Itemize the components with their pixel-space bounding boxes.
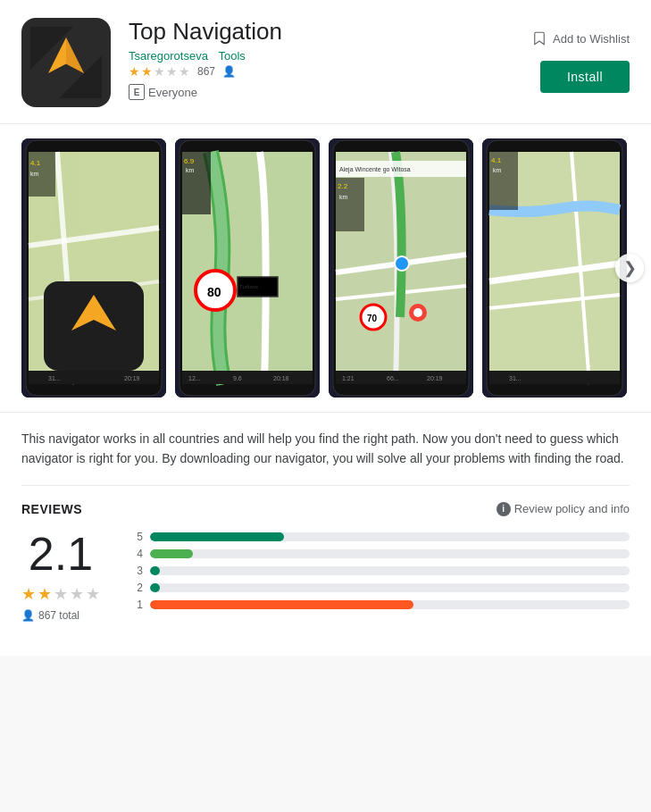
svg-rect-29	[182, 371, 313, 384]
star-2: ★	[141, 64, 153, 79]
svg-text:31...: 31...	[509, 375, 522, 381]
app-header: Top Navigation Tsaregorotseva Tools ★ ★ …	[21, 18, 630, 123]
reviews-header: REVIEWS i Review policy and info	[21, 502, 630, 516]
install-button[interactable]: Install	[540, 61, 630, 93]
big-star-3: ★	[54, 584, 68, 604]
svg-text:4.1: 4.1	[491, 156, 502, 164]
bar-row-4: 4	[136, 548, 630, 560]
svg-text:6.9: 6.9	[184, 157, 195, 165]
policy-label: Review policy and info	[514, 502, 630, 515]
bar-label-1: 1	[136, 599, 143, 611]
bar-label-5: 5	[136, 531, 143, 543]
total-reviews-label: 867 total	[38, 609, 79, 622]
bar-fill-2	[150, 583, 160, 592]
app-info: Top Navigation Tsaregorotseva Tools ★ ★ …	[129, 18, 513, 100]
wishlist-button[interactable]: Add to Wishlist	[531, 27, 630, 50]
svg-text:Aleja Wincente go Witosa: Aleja Wincente go Witosa	[339, 166, 411, 173]
bar-row-1: 1	[136, 599, 630, 611]
rating-stars: ★ ★ ★ ★ ★	[129, 64, 190, 79]
bar-track-2	[150, 583, 630, 592]
star-3: ★	[154, 64, 165, 79]
svg-text:31...: 31...	[48, 375, 61, 381]
big-rating-block: 2.1 ★ ★ ★ ★ ★ 👤 867 total	[21, 531, 100, 622]
svg-text:km: km	[339, 194, 348, 200]
reviews-section: REVIEWS i Review policy and info 2.1 ★ ★…	[21, 486, 630, 638]
bar-track-4	[150, 549, 630, 558]
screenshot-1[interactable]: 4.1 km 31... 20:19	[21, 138, 166, 398]
star-5: ★	[179, 64, 190, 79]
svg-text:70: 70	[367, 314, 378, 323]
rating-bars: 5 4 3 2	[136, 531, 630, 615]
screenshot-2[interactable]: 6.9 km 80 Turkovs 12... 9.6 20:18	[175, 138, 320, 398]
bar-label-3: 3	[136, 565, 143, 577]
bar-track-3	[150, 566, 630, 575]
bar-label-4: 4	[136, 548, 143, 560]
bar-fill-5	[150, 532, 284, 541]
screenshot-3[interactable]: Aleja Wincente go Witosa 2.2 km 70 1:21 …	[329, 138, 473, 398]
bar-track-5	[150, 532, 630, 541]
svg-text:20:19: 20:19	[427, 375, 443, 381]
reviews-title: REVIEWS	[21, 502, 82, 516]
svg-text:km: km	[186, 167, 195, 173]
big-rating-stars: ★ ★ ★ ★ ★	[21, 584, 100, 604]
reviews-content: 2.1 ★ ★ ★ ★ ★ 👤 867 total 5	[21, 531, 630, 622]
info-icon: i	[497, 502, 511, 516]
svg-text:80: 80	[207, 285, 221, 299]
description-section: This navigator works in all countries an…	[21, 413, 630, 486]
bar-fill-1	[150, 600, 413, 609]
svg-text:km: km	[30, 171, 39, 177]
screenshots-section: 4.1 km 31... 20:19	[0, 123, 651, 413]
svg-text:1:21: 1:21	[342, 375, 355, 381]
person-icon-reviews: 👤	[21, 609, 35, 622]
age-label: Everyone	[148, 86, 197, 99]
big-rating-number: 2.1	[21, 531, 100, 577]
svg-text:20:19: 20:19	[124, 375, 140, 381]
star-1: ★	[129, 64, 140, 79]
svg-text:12...: 12...	[188, 375, 201, 381]
star-4: ★	[166, 64, 178, 79]
developer-link[interactable]: Tsaregorotseva Tools	[129, 49, 513, 63]
age-badge: E Everyone	[129, 84, 513, 100]
big-star-1: ★	[21, 584, 36, 604]
svg-text:4.1: 4.1	[30, 159, 41, 167]
bar-row-3: 3	[136, 565, 630, 577]
app-rating-row: ★ ★ ★ ★ ★ 867 👤	[129, 64, 513, 79]
bar-fill-4	[150, 549, 193, 558]
big-star-4: ★	[70, 584, 84, 604]
bookmark-icon	[531, 30, 547, 46]
description-text: This navigator works in all countries an…	[21, 429, 630, 469]
svg-point-38	[395, 256, 409, 271]
svg-rect-48	[336, 371, 466, 384]
bar-track-1	[150, 600, 630, 609]
svg-text:km: km	[493, 167, 502, 173]
bar-row-5: 5	[136, 531, 630, 543]
app-title: Top Navigation	[129, 18, 513, 46]
svg-text:9.6: 9.6	[233, 375, 242, 381]
review-policy-link[interactable]: i Review policy and info	[497, 502, 630, 516]
svg-text:2.2: 2.2	[338, 182, 348, 190]
header-actions: Add to Wishlist Install	[531, 27, 630, 93]
person-icon: 👤	[222, 65, 236, 78]
bar-fill-3	[150, 566, 160, 575]
wishlist-label: Add to Wishlist	[553, 32, 630, 46]
svg-text:Turkovs: Turkovs	[239, 284, 258, 289]
big-star-5: ★	[86, 584, 100, 604]
big-star-2: ★	[38, 584, 52, 604]
scroll-right-button[interactable]: ❯	[615, 254, 644, 282]
app-icon	[21, 18, 111, 107]
esrb-icon: E	[129, 84, 145, 100]
svg-text:66...: 66...	[387, 375, 399, 381]
total-reviews: 👤 867 total	[21, 609, 100, 622]
screenshots-row: 4.1 km 31... 20:19	[21, 138, 630, 398]
bar-label-2: 2	[136, 582, 143, 594]
bar-row-2: 2	[136, 582, 630, 594]
screenshot-4[interactable]: 4.1 km 31...	[482, 138, 627, 398]
svg-text:20:18: 20:18	[273, 375, 289, 381]
rating-count: 867	[197, 65, 215, 78]
svg-point-40	[413, 308, 422, 317]
